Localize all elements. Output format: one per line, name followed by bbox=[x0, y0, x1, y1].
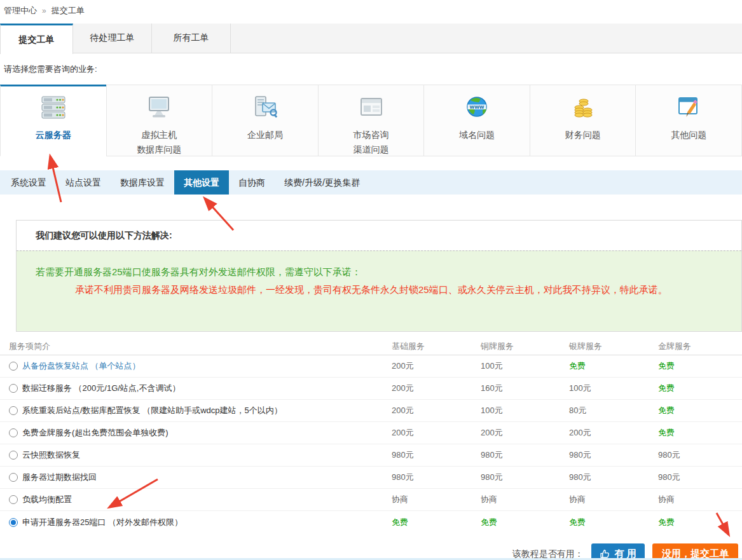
mail-server-icon bbox=[212, 93, 318, 123]
price-gold: 980元 bbox=[658, 472, 680, 483]
subtab-label: 站点设置 bbox=[65, 177, 101, 188]
category-virtual-host[interactable]: 虚拟主机数据库问题 bbox=[106, 85, 213, 156]
breadcrumb-root[interactable]: 管理中心 bbox=[4, 6, 37, 15]
price-silver: 980元 bbox=[569, 472, 591, 483]
subtab-label: 系统设置 bbox=[11, 177, 46, 188]
price-bronze: 免费 bbox=[481, 517, 497, 528]
table-row: 申请开通服务器25端口 （对外发邮件权限） 免费 免费 免费 免费 bbox=[0, 511, 742, 533]
breadcrumb: 管理中心»提交工单 bbox=[0, 0, 742, 17]
domain-globe-icon: WWW bbox=[424, 93, 530, 123]
table-row: 数据迁移服务 （200元/1G/站点,不含调试） 200元 160元 100元 … bbox=[0, 378, 742, 400]
price-bronze: 100元 bbox=[481, 405, 503, 416]
radio-free-gold-service[interactable] bbox=[9, 428, 18, 437]
market-window-icon bbox=[319, 93, 424, 123]
service-label[interactable]: 服务器过期数据找回 bbox=[22, 472, 97, 483]
radio-expired-data-recovery[interactable] bbox=[9, 473, 18, 482]
category-label: 财务问题 bbox=[530, 128, 636, 142]
service-label[interactable]: 云快照数据恢复 bbox=[22, 449, 80, 461]
service-label[interactable]: 免费金牌服务(超出免费范围会单独收费) bbox=[22, 427, 168, 439]
category-label: 其他问题 bbox=[636, 128, 741, 142]
table-row: 免费金牌服务(超出免费范围会单独收费) 200元 200元 200元 免费 bbox=[0, 422, 742, 444]
table-row: 服务器过期数据找回 980元 980元 980元 980元 bbox=[0, 467, 742, 489]
price-basic: 200元 bbox=[392, 360, 414, 372]
subtab-database-settings[interactable]: 数据库设置 bbox=[111, 170, 174, 195]
price-basic: 200元 bbox=[392, 427, 414, 439]
price-basic: 980元 bbox=[392, 449, 414, 461]
table-row: 系统重装后站点/数据库配置恢复 （限建站助手或wdcp建站，5个以内） 200元… bbox=[0, 400, 742, 422]
radio-data-migration[interactable] bbox=[9, 384, 18, 393]
service-label[interactable]: 系统重装后站点/数据库配置恢复 （限建站助手或wdcp建站，5个以内） bbox=[22, 405, 282, 416]
subtab-label: 其他设置 bbox=[184, 177, 219, 188]
table-row: 云快照数据恢复 980元 980元 980元 980元 bbox=[0, 444, 742, 467]
column-header: 铜牌服务 bbox=[481, 341, 514, 352]
category-finance[interactable]: 财务问题 bbox=[530, 85, 636, 156]
cloud-server-icon bbox=[1, 93, 106, 123]
price-gold: 免费 bbox=[658, 517, 675, 528]
subtab-renew-upgrade[interactable]: 续费/升级/更换集群 bbox=[275, 170, 370, 195]
settings-subtabs: 系统设置 站点设置 数据库设置 其他设置 自协商 续费/升级/更换集群 bbox=[0, 170, 742, 195]
price-basic: 980元 bbox=[392, 472, 414, 483]
business-select-prompt: 请选择您需要咨询的业务: bbox=[4, 64, 742, 75]
main-tabbar: 提交工单 待处理工单 所有工单 bbox=[0, 24, 742, 53]
price-bronze: 160元 bbox=[481, 383, 503, 394]
price-silver: 100元 bbox=[569, 383, 591, 394]
price-gold: 980元 bbox=[658, 449, 680, 461]
ticket-submit-page: 管理中心»提交工单 提交工单 待处理工单 所有工单 请选择您需要咨询的业务: bbox=[0, 0, 742, 560]
radio-open-port25[interactable] bbox=[9, 518, 18, 527]
table-row: 从备份盘恢复站点 （单个站点） 200元 100元 免费 免费 bbox=[0, 355, 742, 378]
service-label[interactable]: 负载均衡配置 bbox=[22, 494, 72, 505]
virtual-host-icon bbox=[107, 93, 212, 123]
column-header: 服务项简介 bbox=[9, 341, 50, 352]
other-note-icon bbox=[636, 93, 741, 123]
radio-snapshot-restore[interactable] bbox=[9, 451, 18, 460]
subtab-system-settings[interactable]: 系统设置 bbox=[1, 170, 56, 195]
tab-pending-tickets[interactable]: 待处理工单 bbox=[73, 24, 152, 53]
service-table: 服务项简介 基础服务 铜牌服务 银牌服务 金牌服务 从备份盘恢复站点 （单个站点… bbox=[0, 338, 742, 533]
price-gold: 协商 bbox=[658, 494, 675, 505]
subtab-self-negotiate[interactable]: 自协商 bbox=[229, 170, 275, 195]
radio-restore-from-backup[interactable] bbox=[9, 362, 18, 371]
subtab-label: 自协商 bbox=[238, 177, 265, 188]
category-other[interactable]: 其他问题 bbox=[635, 85, 742, 156]
price-bronze: 协商 bbox=[481, 494, 497, 505]
port25-notice: 若需要开通服务器25端口使服务器具有对外发送邮件权限，需遵守以下承诺： 承诺不利… bbox=[17, 250, 741, 331]
price-basic: 协商 bbox=[392, 494, 408, 505]
price-silver: 980元 bbox=[569, 449, 591, 461]
column-header: 银牌服务 bbox=[569, 341, 602, 352]
table-row: 负载均衡配置 协商 协商 协商 协商 bbox=[0, 489, 742, 511]
suggestion-header: 我们建议您可以使用以下方法解决: bbox=[17, 221, 741, 250]
category-label: 云服务器 bbox=[1, 128, 106, 142]
price-gold: 免费 bbox=[658, 360, 675, 372]
service-label[interactable]: 数据迁移服务 （200元/1G/站点,不含调试） bbox=[22, 383, 180, 394]
category-label: 企业邮局 bbox=[212, 128, 318, 142]
tab-label: 提交工单 bbox=[19, 34, 55, 46]
price-silver: 免费 bbox=[569, 360, 586, 372]
price-basic: 200元 bbox=[392, 405, 414, 416]
price-gold: 免费 bbox=[658, 427, 675, 439]
tab-label: 所有工单 bbox=[174, 32, 209, 44]
svg-text:WWW: WWW bbox=[470, 105, 484, 110]
service-label[interactable]: 申请开通服务器25端口 （对外发邮件权限） bbox=[22, 517, 182, 528]
category-enterprise-mail[interactable]: 企业邮局 bbox=[212, 85, 319, 156]
category-domain[interactable]: WWW 域名问题 bbox=[423, 85, 530, 156]
tab-all-tickets[interactable]: 所有工单 bbox=[152, 24, 231, 53]
service-table-header: 服务项简介 基础服务 铜牌服务 银牌服务 金牌服务 bbox=[0, 338, 742, 355]
price-bronze: 980元 bbox=[481, 472, 503, 483]
price-bronze: 100元 bbox=[481, 360, 503, 372]
tab-label: 待处理工单 bbox=[90, 32, 135, 44]
notice-line-red: 承诺不利用贵司服务器及网络发送垃圾邮件，一经发现，贵司有权无条件永久封锁25端口… bbox=[36, 281, 722, 299]
price-gold: 免费 bbox=[658, 405, 675, 416]
category-market-channel[interactable]: 市场咨询渠道问题 bbox=[318, 85, 425, 156]
breadcrumb-current: 提交工单 bbox=[52, 6, 85, 15]
price-silver: 协商 bbox=[569, 494, 586, 505]
category-cloud-server[interactable]: 云服务器 bbox=[0, 85, 107, 156]
subtab-site-settings[interactable]: 站点设置 bbox=[56, 170, 111, 195]
radio-reinstall-restore[interactable] bbox=[9, 406, 18, 415]
category-label: 域名问题 bbox=[424, 128, 530, 142]
service-label[interactable]: 从备份盘恢复站点 （单个站点） bbox=[22, 360, 141, 372]
column-header: 基础服务 bbox=[392, 341, 425, 352]
subtab-other-settings[interactable]: 其他设置 bbox=[174, 170, 229, 195]
tab-submit-ticket[interactable]: 提交工单 bbox=[0, 24, 73, 54]
price-silver: 80元 bbox=[569, 405, 586, 416]
radio-load-balance[interactable] bbox=[9, 495, 18, 504]
